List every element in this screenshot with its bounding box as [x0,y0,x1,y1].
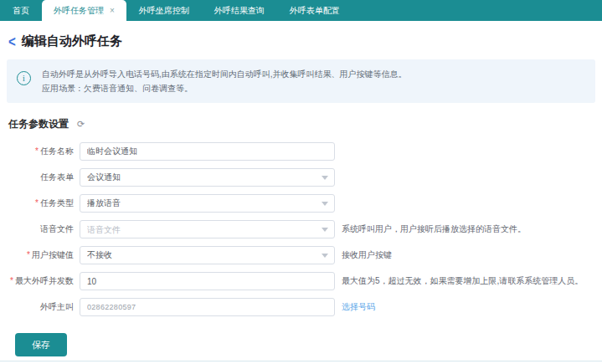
task-type-field [80,194,335,213]
task-form-field [80,168,335,187]
voice-file-field [80,220,335,238]
info-text: 自动外呼是从外呼导入电话号码,由系统在指定时间内自动呼叫,并收集呼叫结果、用户按… [42,67,407,95]
required-mark: * [10,276,13,285]
field-label: *最大外呼并发数 [0,275,74,287]
choose-number-link[interactable]: 选择号码 [342,298,375,316]
field-label-text: 最大外呼并发数 [15,276,74,285]
field-label: *任务类型 [0,197,74,209]
max-concurrency-input[interactable] [80,272,335,290]
field-label: 任务表单 [0,172,74,183]
section-title: 任务参数设置 [8,117,69,131]
task-name-field [80,142,335,161]
field-label-text: 任务名称 [40,146,74,156]
app-window: 首页 外呼任务管理 × 外呼坐席控制 外呼结果查询 外呼表单配置 < 编辑自动外… [0,0,602,364]
page-title-bar: < 编辑自动外呼任务 [8,33,602,49]
form-row-caller-number: 外呼主叫 选择号码 [0,298,602,316]
required-mark: * [35,198,39,208]
page-title: 编辑自动外呼任务 [22,33,122,49]
field-label-text: 外呼主叫 [40,302,74,311]
field-label-text: 语音文件 [40,224,74,233]
info-line-1: 自动外呼是从外呼导入电话号码,由系统在指定时间内自动呼叫,并收集呼叫结果、用户按… [42,67,407,81]
form-row-task-name: *任务名称 [0,142,602,161]
form-row-task-form: 任务表单 [0,168,602,187]
info-line-2: 应用场景：欠费语音通知、问卷调查等。 [42,81,407,95]
voice-file-select[interactable] [80,220,335,238]
field-label-text: 任务类型 [40,198,74,208]
tab-agent-control[interactable]: 外呼坐席控制 [126,0,202,21]
tab-bar: 首页 外呼任务管理 × 外呼坐席控制 外呼结果查询 外呼表单配置 [0,0,602,21]
task-form-select[interactable] [80,168,335,187]
task-name-input[interactable] [80,142,335,161]
caller-number-input[interactable] [80,298,335,316]
tab-outbound-task-management[interactable]: 外呼任务管理 × [42,0,126,21]
user-key-select[interactable] [80,246,335,264]
caller-number-field [80,298,335,316]
field-label: 外呼主叫 [0,301,74,313]
max-concurrency-field [80,272,335,290]
field-label-text: 用户按键值 [32,250,74,259]
tab-label: 外呼任务管理 [54,0,104,21]
form-row-task-type: *任务类型 [0,194,602,213]
info-icon: i [17,71,31,85]
section-header: 任务参数设置 ⟳ [8,117,602,131]
bottom-divider [0,361,602,361]
back-icon[interactable]: < [8,33,16,49]
field-label: *任务名称 [0,146,74,157]
tab-result-query[interactable]: 外呼结果查询 [202,0,277,21]
field-label: *用户按键值 [0,249,74,261]
voice-file-hint: 系统呼叫用户，用户接听后播放选择的语音文件。 [342,220,526,238]
tab-form-config[interactable]: 外呼表单配置 [277,0,352,21]
form-row-user-key: *用户按键值 接收用户按键 [0,246,602,264]
field-label-text: 任务表单 [40,172,74,182]
form-row-voice-file: 语音文件 系统呼叫用户，用户接听后播放选择的语音文件。 [0,220,602,238]
max-concurrency-hint: 最大值为5，超过无效，如果需要增加上限,请联系系统管理人员。 [342,272,583,290]
user-key-hint: 接收用户按键 [342,246,392,264]
required-mark: * [27,250,30,259]
user-key-field [80,246,335,264]
save-button[interactable]: 保存 [15,333,67,356]
task-form: *任务名称 任务表单 *任务类型 [0,142,602,316]
info-banner: i 自动外呼是从外呼导入电话号码,由系统在指定时间内自动呼叫,并收集呼叫结果、用… [7,59,595,103]
tab-home[interactable]: 首页 [0,0,42,21]
refresh-icon[interactable]: ⟳ [77,120,85,129]
field-label: 语音文件 [0,223,74,235]
required-mark: * [35,146,39,156]
close-icon[interactable]: × [110,7,115,15]
task-type-select[interactable] [80,194,335,213]
form-row-max-concurrency: *最大外呼并发数 最大值为5，超过无效，如果需要增加上限,请联系系统管理人员。 [0,272,602,290]
